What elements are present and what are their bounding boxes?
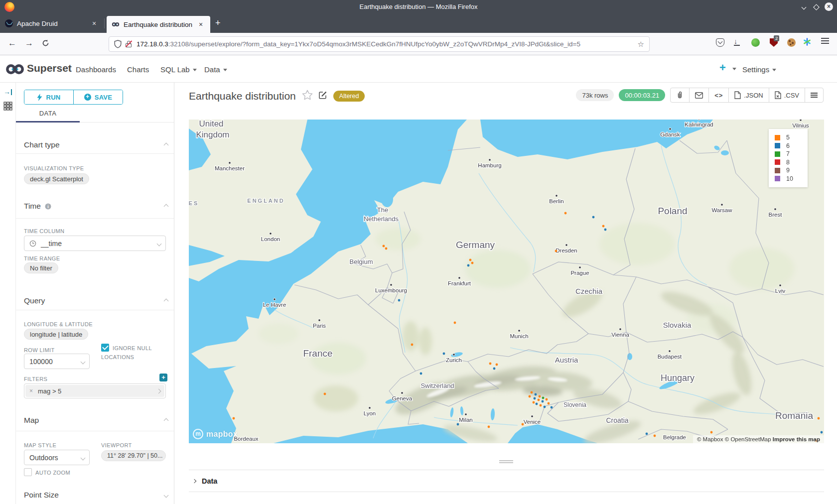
section-point-size[interactable]: Point Size — [24, 491, 168, 500]
privacy-badger-icon[interactable] — [751, 38, 760, 47]
new-item-plus-button[interactable]: + — [719, 61, 726, 74]
map-point — [540, 404, 542, 407]
data-panel-header[interactable]: Data — [189, 470, 824, 492]
section-chart-type[interactable]: Chart type — [24, 140, 168, 149]
map-country-label: Slovakia — [663, 321, 692, 329]
edit-properties-icon[interactable] — [319, 91, 327, 101]
superset-logo-icon[interactable] — [5, 62, 25, 78]
container-extension-icon[interactable] — [803, 38, 811, 48]
browser-tab-earthquake-distribution[interactable]: Earthquake distribution × — [107, 16, 210, 33]
chart-menu-button[interactable] — [805, 88, 823, 102]
forward-button[interactable]: → — [25, 38, 33, 48]
nav-dashboards[interactable]: Dashboards — [76, 65, 116, 74]
map-city-dot — [489, 159, 491, 161]
copy-link-button[interactable] — [671, 88, 689, 102]
window-maximize-button[interactable] — [812, 2, 821, 11]
osm-attribution-link[interactable]: © OpenStreetMap — [725, 436, 771, 442]
map-city-dot — [453, 354, 455, 356]
map-point — [529, 395, 531, 398]
add-filter-button[interactable]: + — [159, 374, 167, 381]
mapbox-logo[interactable]: m mapbox — [193, 429, 238, 439]
export-csv-button[interactable]: .CSV — [769, 88, 805, 102]
row-limit-select[interactable]: 100000 — [24, 354, 90, 369]
tab-close-icon[interactable]: × — [90, 19, 99, 27]
save-button[interactable]: + SAVE — [73, 90, 123, 104]
nav-data[interactable]: Data — [204, 65, 227, 74]
legend-item: 6 — [775, 142, 802, 150]
altered-badge[interactable]: Altered — [333, 91, 365, 102]
map-point — [542, 397, 545, 399]
window-close-button[interactable]: × — [825, 2, 833, 11]
map-point — [531, 391, 533, 394]
json-label: .JSON — [744, 92, 763, 99]
nav-charts[interactable]: Charts — [127, 65, 149, 74]
section-title: Point Size — [24, 491, 59, 500]
map-country-label: Kingdom — [196, 130, 229, 139]
mapbox-attribution-link[interactable]: © Mapbox — [697, 436, 723, 442]
ignore-null-checkbox-field[interactable]: IGNORE NULL LOCATIONS — [101, 344, 165, 362]
lonlat-label: LONGITUDE & LATITUDE — [24, 321, 93, 327]
shield-permissions-icon[interactable] — [114, 40, 122, 48]
export-json-button[interactable]: .JSON — [728, 88, 768, 102]
window-minimize-button[interactable] — [799, 2, 808, 11]
auto-zoom-checkbox-field[interactable]: AUTO ZOOM — [24, 468, 70, 477]
expand-datasource-icon[interactable]: → — [3, 88, 12, 96]
visualization-type-value[interactable]: deck.gl Scatterplot — [24, 173, 89, 184]
nav-settings[interactable]: Settings — [742, 65, 776, 74]
nav-sql-lab[interactable]: SQL Lab — [160, 65, 197, 74]
url-bar[interactable]: 172.18.0.3:32108/superset/explore/?form_… — [109, 36, 650, 52]
checkbox-unchecked-icon[interactable] — [24, 468, 32, 476]
downloads-icon[interactable]: ↓ — [734, 37, 740, 46]
map-point — [233, 417, 235, 420]
browser-tab-apache-druid[interactable]: Apache Druid × — [0, 14, 104, 33]
cookie-extension-icon[interactable] — [787, 38, 796, 47]
firefox-menu-icon[interactable] — [821, 38, 829, 39]
datasource-grid-icon[interactable] — [3, 102, 12, 113]
deckgl-map[interactable]: UnitedKingdomENGLANDESTheNetherlandsBelg… — [189, 120, 824, 443]
new-tab-button[interactable]: + — [215, 18, 221, 27]
tab-data[interactable]: DATA — [16, 106, 80, 123]
viewport-label: VIEWPORT — [101, 442, 132, 448]
filter-item[interactable]: × mag > 5 — [25, 385, 164, 397]
insecure-lock-icon[interactable] — [126, 41, 132, 47]
resize-grip[interactable] — [499, 460, 513, 463]
hamburger-icon — [811, 95, 818, 96]
map-city-dot — [698, 120, 700, 120]
legend-item: 5 — [775, 133, 802, 142]
improve-map-link[interactable]: Improve this map — [773, 436, 820, 442]
superset-brand[interactable]: Superset — [27, 62, 72, 74]
remove-filter-icon[interactable]: × — [29, 387, 33, 394]
favorite-star-icon[interactable] — [302, 90, 313, 102]
map-style-label: MAP STYLE — [24, 442, 56, 448]
run-button[interactable]: RUN — [24, 90, 73, 104]
embed-code-button[interactable]: <> — [708, 88, 728, 102]
map-city-dot — [779, 284, 782, 287]
map-point — [411, 344, 414, 346]
map-city-label: Warsaw — [711, 207, 732, 213]
reload-button[interactable] — [42, 39, 49, 49]
pocket-icon[interactable] — [716, 38, 724, 47]
viewport-value[interactable]: 11° 28' 29.70" | 50... — [101, 450, 166, 461]
back-button[interactable]: ← — [8, 38, 16, 48]
map-point — [710, 431, 713, 434]
map-style-select[interactable]: Outdoors — [24, 450, 90, 465]
section-map[interactable]: Map — [24, 416, 168, 425]
panel-tabs: DATA — [16, 106, 174, 123]
caret-down-icon — [732, 68, 736, 70]
section-title: Query — [24, 296, 45, 305]
checkbox-checked-icon[interactable] — [101, 344, 109, 352]
lonlat-value[interactable]: longitude | latitude — [24, 329, 88, 340]
legend-item: 7 — [775, 150, 802, 158]
tab-close-icon[interactable]: × — [196, 20, 205, 28]
section-query[interactable]: Query — [24, 296, 168, 305]
filters-label: FILTERS — [24, 376, 47, 382]
section-time[interactable]: Time i — [24, 202, 168, 211]
section-title: Chart type — [24, 140, 60, 149]
url-path: :32108/superset/explore/?form_data_key=1… — [168, 40, 634, 48]
time-range-value[interactable]: No filter — [24, 262, 58, 273]
time-range-label: TIME RANGE — [24, 255, 60, 261]
plus-circle-icon: + — [84, 94, 91, 101]
email-button[interactable] — [689, 88, 708, 102]
bookmark-star-icon[interactable]: ☆ — [638, 40, 644, 49]
time-column-select[interactable]: __time — [24, 236, 166, 251]
